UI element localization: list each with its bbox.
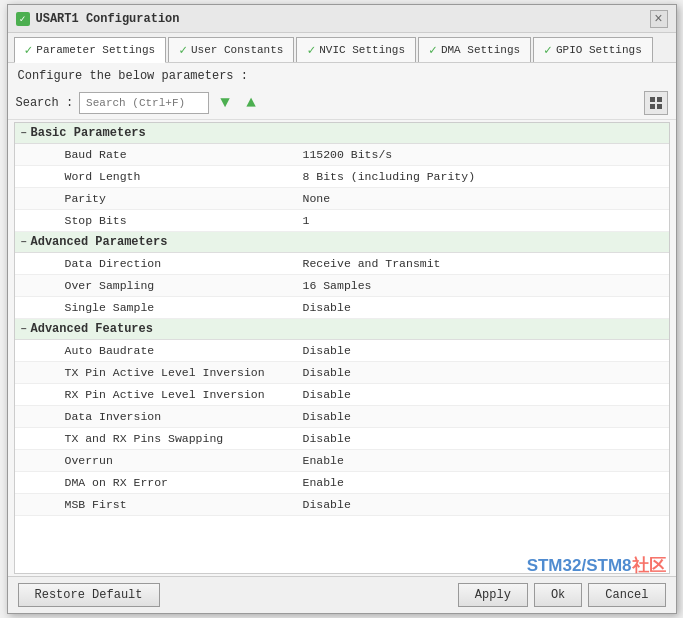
search-input[interactable] — [79, 92, 209, 114]
param-name: TX and RX Pins Swapping — [15, 429, 295, 448]
param-name: DMA on RX Error — [15, 473, 295, 492]
svg-rect-2 — [650, 104, 655, 109]
param-name: Auto Baudrate — [15, 341, 295, 360]
param-value: 1 — [295, 211, 669, 230]
param-value: Disable — [295, 298, 669, 317]
table-row: Auto Baudrate Disable — [15, 340, 669, 362]
param-name: Parity — [15, 189, 295, 208]
footer: STM32/STM8社区 Restore Default Apply Ok Ca… — [8, 576, 676, 613]
param-value: Disable — [295, 407, 669, 426]
svg-rect-0 — [650, 97, 655, 102]
footer-buttons: Apply Ok Cancel — [458, 583, 666, 607]
title-bar: ✓ USART1 Configuration × — [8, 5, 676, 33]
app-icon: ✓ — [16, 12, 30, 26]
param-value: Enable — [295, 451, 669, 470]
table-row: Word Length 8 Bits (including Parity) — [15, 166, 669, 188]
apply-button[interactable]: Apply — [458, 583, 528, 607]
window-title: USART1 Configuration — [36, 12, 180, 26]
table-row: Overrun Enable — [15, 450, 669, 472]
tab-label-parameter-settings: Parameter Settings — [36, 44, 155, 56]
param-name: Baud Rate — [15, 145, 295, 164]
watermark: STM32/STM8社区 — [527, 554, 666, 577]
section-advanced-features[interactable]: − Advanced Features — [15, 319, 669, 340]
close-button[interactable]: × — [650, 10, 668, 28]
tab-nvic-settings[interactable]: ✓ NVIC Settings — [296, 37, 416, 62]
grid-icon — [649, 96, 663, 110]
section-advanced-parameters[interactable]: − Advanced Parameters — [15, 232, 669, 253]
param-value: Receive and Transmit — [295, 254, 669, 273]
param-name: Data Direction — [15, 254, 295, 273]
tab-check-icon: ✓ — [179, 42, 187, 58]
restore-default-button[interactable]: Restore Default — [18, 583, 160, 607]
svg-rect-3 — [657, 104, 662, 109]
param-value: 8 Bits (including Parity) — [295, 167, 669, 186]
main-window: ✓ USART1 Configuration × ✓ Parameter Set… — [7, 4, 677, 614]
param-name: Data Inversion — [15, 407, 295, 426]
svg-rect-1 — [657, 97, 662, 102]
section-label-features: Advanced Features — [31, 322, 153, 336]
param-name: Stop Bits — [15, 211, 295, 230]
param-value: Disable — [295, 341, 669, 360]
search-prev-button[interactable]: ▲ — [241, 93, 261, 113]
search-label: Search : — [16, 96, 74, 110]
tab-parameter-settings[interactable]: ✓ Parameter Settings — [14, 37, 167, 63]
table-row: Single Sample Disable — [15, 297, 669, 319]
param-name: Single Sample — [15, 298, 295, 317]
section-basic-parameters[interactable]: − Basic Parameters — [15, 123, 669, 144]
tab-label-nvic-settings: NVIC Settings — [319, 44, 405, 56]
tab-check-icon: ✓ — [429, 42, 437, 58]
table-row: Parity None — [15, 188, 669, 210]
param-value: Enable — [295, 473, 669, 492]
table-row: MSB First Disable — [15, 494, 669, 516]
tab-check-icon: ✓ — [25, 42, 33, 58]
section-label-basic: Basic Parameters — [31, 126, 146, 140]
param-value: Disable — [295, 363, 669, 382]
watermark-text1: STM32/STM8 — [527, 556, 632, 575]
param-value: Disable — [295, 495, 669, 514]
tab-label-gpio-settings: GPIO Settings — [556, 44, 642, 56]
param-name: Overrun — [15, 451, 295, 470]
collapse-icon: − — [21, 237, 27, 248]
tab-check-icon: ✓ — [544, 42, 552, 58]
table-row: Over Sampling 16 Samples — [15, 275, 669, 297]
param-name: TX Pin Active Level Inversion — [15, 363, 295, 382]
grid-view-button[interactable] — [644, 91, 668, 115]
param-name: Word Length — [15, 167, 295, 186]
table-row: TX Pin Active Level Inversion Disable — [15, 362, 669, 384]
param-name: MSB First — [15, 495, 295, 514]
table-row: Stop Bits 1 — [15, 210, 669, 232]
table-row: TX and RX Pins Swapping Disable — [15, 428, 669, 450]
param-value: None — [295, 189, 669, 208]
param-name: Over Sampling — [15, 276, 295, 295]
ok-button[interactable]: Ok — [534, 583, 582, 607]
table-row: Data Inversion Disable — [15, 406, 669, 428]
config-label: Configure the below parameters : — [8, 63, 676, 87]
section-label-advanced: Advanced Parameters — [31, 235, 168, 249]
tab-dma-settings[interactable]: ✓ DMA Settings — [418, 37, 531, 62]
tab-label-dma-settings: DMA Settings — [441, 44, 520, 56]
search-bar: Search : ▼ ▲ — [8, 87, 676, 120]
tabs-bar: ✓ Parameter Settings ✓ User Constants ✓ … — [8, 33, 676, 63]
tab-user-constants[interactable]: ✓ User Constants — [168, 37, 294, 62]
title-bar-left: ✓ USART1 Configuration — [16, 12, 180, 26]
search-next-button[interactable]: ▼ — [215, 93, 235, 113]
param-value: Disable — [295, 385, 669, 404]
table-row: Data Direction Receive and Transmit — [15, 253, 669, 275]
tab-check-icon: ✓ — [307, 42, 315, 58]
param-name: RX Pin Active Level Inversion — [15, 385, 295, 404]
param-value: Disable — [295, 429, 669, 448]
param-value: 115200 Bits/s — [295, 145, 669, 164]
watermark-text2: 社区 — [632, 556, 666, 575]
param-value: 16 Samples — [295, 276, 669, 295]
cancel-button[interactable]: Cancel — [588, 583, 665, 607]
tab-label-user-constants: User Constants — [191, 44, 283, 56]
collapse-icon: − — [21, 324, 27, 335]
table-row: DMA on RX Error Enable — [15, 472, 669, 494]
table-row: Baud Rate 115200 Bits/s — [15, 144, 669, 166]
tab-gpio-settings[interactable]: ✓ GPIO Settings — [533, 37, 653, 62]
table-row: RX Pin Active Level Inversion Disable — [15, 384, 669, 406]
parameters-area: − Basic Parameters Baud Rate 115200 Bits… — [14, 122, 670, 574]
collapse-icon: − — [21, 128, 27, 139]
